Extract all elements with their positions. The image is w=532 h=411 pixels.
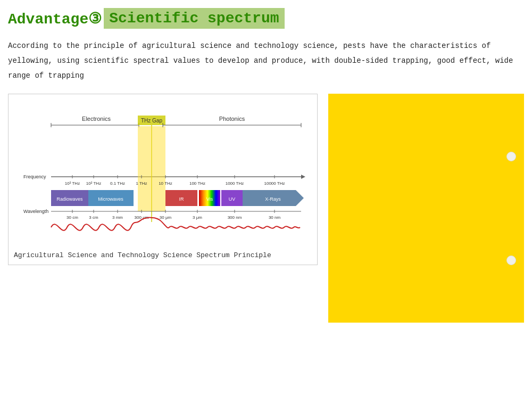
svg-text:Frequency: Frequency: [23, 174, 46, 179]
spectrum-caption: Agricultural Science and Technology Scie…: [14, 251, 312, 259]
spectrum-box: Scientific spectrum: [104, 8, 284, 29]
spectrum-diagram: Electronics THz Gap Photonics: [14, 100, 312, 246]
svg-text:Electronics: Electronics: [82, 116, 111, 122]
svg-text:10000 THz: 10000 THz: [264, 181, 285, 186]
svg-text:3 mm: 3 mm: [112, 215, 123, 220]
svg-text:30 nm: 30 nm: [269, 215, 281, 220]
svg-text:IR: IR: [179, 196, 185, 202]
svg-text:3 μm: 3 μm: [193, 215, 202, 220]
description-text: According to the principle of agricultur…: [8, 38, 524, 83]
svg-marker-1: [301, 175, 305, 179]
svg-text:30 cm: 30 cm: [66, 215, 78, 220]
advantage-label: Advantage③: [8, 10, 102, 28]
svg-text:X-Rays: X-Rays: [265, 196, 281, 202]
svg-text:1 THz: 1 THz: [136, 181, 147, 186]
svg-text:UV: UV: [229, 196, 236, 202]
title-container: Advantage③ Scientific spectrum: [8, 8, 524, 29]
svg-text:Microwaves: Microwaves: [98, 196, 123, 202]
yellow-panel: [328, 94, 524, 323]
svg-text:Photonics: Photonics: [219, 116, 245, 122]
spectrum-image-container: Electronics THz Gap Photonics: [8, 94, 318, 265]
svg-text:THz Gap: THz Gap: [141, 118, 162, 124]
svg-text:100 THz: 100 THz: [189, 181, 205, 186]
svg-rect-9: [138, 126, 165, 211]
svg-text:1000 THz: 1000 THz: [226, 181, 244, 186]
svg-text:10³ THz: 10³ THz: [65, 181, 80, 186]
yellow-panel-dot-1: [506, 152, 516, 161]
svg-text:Wavelength: Wavelength: [23, 209, 48, 214]
svg-text:10² THz: 10² THz: [86, 181, 101, 186]
svg-text:3 cm: 3 cm: [89, 215, 98, 220]
spectrum-label: Scientific spectrum: [109, 10, 279, 27]
svg-text:10 THz: 10 THz: [159, 181, 172, 186]
yellow-panel-dot-2: [506, 256, 516, 265]
svg-text:300 nm: 300 nm: [228, 215, 242, 220]
svg-text:30 μm: 30 μm: [160, 215, 172, 220]
svg-text:Vis: Vis: [206, 196, 213, 202]
svg-text:0.1 THz: 0.1 THz: [110, 181, 125, 186]
svg-text:Radiowaves: Radiowaves: [56, 196, 83, 202]
content-row: Electronics THz Gap Photonics: [8, 94, 524, 323]
